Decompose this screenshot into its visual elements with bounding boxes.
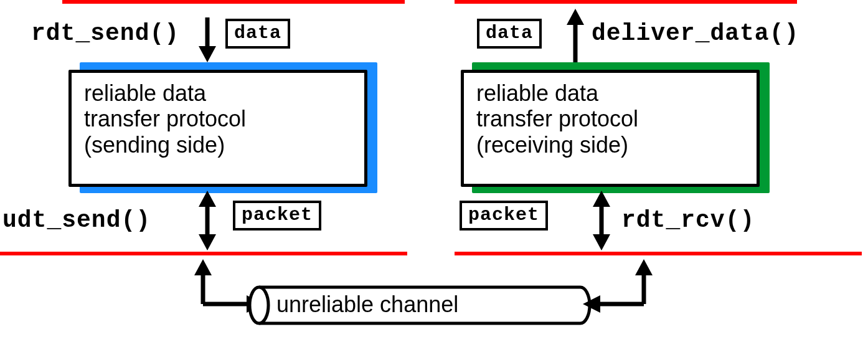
packet-box-right: packet (460, 201, 548, 231)
deliver-data-label: deliver_data() (592, 20, 799, 47)
data-label-right: data (486, 22, 533, 44)
top-left-redline (62, 0, 405, 4)
data-box-right: data (477, 19, 542, 49)
rdt-send-label: rdt_send() (31, 20, 179, 47)
svg-marker-4 (199, 234, 216, 250)
unreliable-channel: unreliable channel (248, 285, 592, 325)
mid-left-redline (0, 252, 407, 255)
packet-box-left: packet (233, 201, 321, 231)
right-box-line1: reliable data (476, 80, 744, 106)
svg-marker-1 (199, 46, 216, 62)
data-box-left: data (225, 19, 290, 49)
svg-point-21 (250, 287, 268, 323)
right-box-line3: (receiving side) (476, 132, 744, 158)
rdt-rcv-label: rdt_rcv() (621, 207, 755, 234)
left-box-line2: transfer protocol (84, 106, 352, 131)
arrow-down-left (195, 15, 220, 65)
left-box-line1: reliable data (84, 80, 352, 106)
double-arrow-left (195, 189, 220, 252)
packet-label-left: packet (242, 204, 313, 226)
left-protocol-box: reliable data transfer protocol (sending… (68, 70, 367, 187)
arrow-up-right (563, 7, 588, 65)
mid-right-redline (455, 252, 862, 255)
left-box-line3: (sending side) (84, 132, 352, 158)
double-arrow-right (589, 189, 614, 252)
udt-send-label: udt_send() (2, 207, 151, 234)
right-protocol-box: reliable data transfer protocol (receivi… (461, 70, 760, 187)
packet-label-right: packet (468, 204, 539, 226)
data-label-left: data (234, 22, 281, 44)
top-right-redline (455, 0, 797, 4)
channel-label: unreliable channel (276, 292, 458, 318)
right-box-line2: transfer protocol (476, 106, 744, 131)
svg-marker-9 (593, 234, 610, 250)
